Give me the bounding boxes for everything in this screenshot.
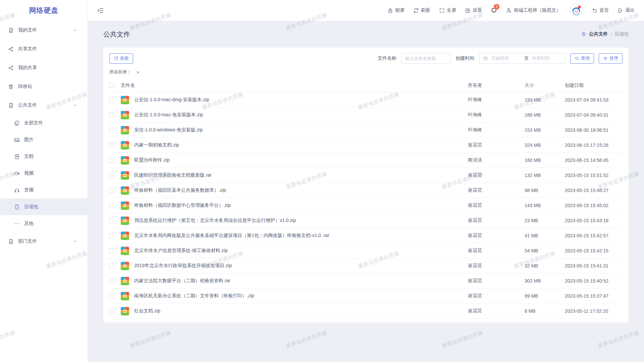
file-name[interactable]: 云安信-1.0.0-mac-dmg-安装版本.zip [134, 97, 468, 103]
row-checkbox[interactable] [109, 113, 114, 118]
sidebar-item-my-files[interactable]: 我的文件 [0, 21, 88, 40]
file-icon [8, 239, 14, 244]
end-date-placeholder[interactable]: 结束时间 [532, 55, 561, 61]
filename-search-input[interactable] [401, 53, 451, 64]
user-menu[interactable]: 前端工程师（陈思文） [506, 7, 561, 13]
logout-button[interactable]: 退出 [618, 7, 635, 13]
user-name: 前端工程师（陈思文） [514, 7, 561, 13]
row-checkbox[interactable] [109, 173, 114, 178]
column-header-name: 文件名 [121, 82, 468, 88]
settings-button[interactable]: 设置 [465, 7, 482, 13]
fullscreen-button[interactable]: 全屏 [439, 7, 456, 13]
file-owner: 谢晨芸 [468, 187, 525, 193]
menu-fold-icon[interactable] [97, 7, 104, 14]
row-checkbox[interactable] [109, 233, 114, 238]
sidebar-item-department-files[interactable]: 部门文件 [0, 232, 88, 251]
file-owner: 谢晨芸 [468, 278, 525, 284]
date-range-picker[interactable]: 开始时间 至 结束时间 [479, 53, 566, 64]
sidebar-item-recycle-bin[interactable]: 回收站 [0, 77, 88, 96]
file-icon [8, 103, 14, 108]
user-icon [506, 7, 512, 13]
archive-icon [14, 204, 20, 210]
directory-caret[interactable]: > [137, 70, 139, 75]
zip-file-icon [121, 201, 129, 210]
row-checkbox[interactable] [109, 218, 114, 223]
row-checkbox[interactable] [109, 263, 114, 268]
query-button[interactable]: 查询 [570, 53, 594, 64]
sidebar-item-archives[interactable]: 压缩包 [0, 198, 88, 215]
sidebar-item-all-files[interactable]: 全部文件 [0, 115, 88, 131]
main-content: 公共文件 公共文件 / 压缩包 刷新 文件名称 创建时间 开始时间 至 结束时间 [88, 21, 644, 362]
row-checkbox[interactable] [109, 98, 114, 103]
row-checkbox[interactable] [109, 309, 114, 314]
lock-screen-button[interactable]: 锁屏 [387, 7, 405, 13]
file-name[interactable]: 南海区机关新办公系统（二期）文件资料（终验打印）.zip [134, 293, 468, 299]
sidebar-item-documents[interactable]: 文档 [0, 148, 88, 165]
fullscreen-label: 全屏 [447, 7, 456, 13]
file-name[interactable]: 联盟办件附件.zip [134, 157, 468, 163]
notification-button[interactable]: 3 [491, 7, 497, 14]
file-name[interactable]: 红会文档.zip [134, 308, 468, 314]
chevron-up-icon [73, 103, 77, 107]
row-checkbox[interactable] [109, 279, 114, 284]
file-owner: 商清清 [468, 157, 525, 163]
file-owner: 谢晨芸 [468, 172, 525, 178]
home-back-icon [592, 8, 597, 13]
sidebar-item-my-shares[interactable]: 我的共享 [0, 58, 88, 77]
sidebar-item-others[interactable]: 其他 [0, 215, 88, 232]
settings-icon [465, 8, 471, 13]
file-list-card: 刷新 文件名称 创建时间 开始时间 至 结束时间 查询 排序 [103, 48, 629, 322]
start-date-placeholder[interactable]: 开始时间 [491, 55, 521, 61]
row-checkbox[interactable] [109, 203, 114, 208]
file-size: 98 MB [525, 188, 565, 193]
sidebar-item-audio[interactable]: 音频 [0, 182, 88, 198]
select-all-checkbox[interactable] [109, 83, 114, 88]
row-checkbox[interactable] [109, 248, 114, 253]
top-header: 锁屏 刷新 全屏 设置 3 前端工程师（陈思文） 首页 [88, 0, 644, 21]
file-name[interactable]: 终验材料（福田区数据中心管理服务平台）.zip [134, 202, 468, 208]
trash-icon [8, 84, 14, 89]
file-name[interactable]: 北京市排水户信息管理系统-竣工验收材料.zip [134, 248, 468, 254]
list-refresh-button[interactable]: 刷新 [109, 53, 133, 64]
breadcrumb-item[interactable]: 公共文件 [589, 31, 608, 37]
sidebar-item-label: 我的共享 [18, 65, 82, 71]
row-checkbox[interactable] [109, 294, 114, 299]
zip-file-icon [121, 126, 129, 134]
sidebar-item-label: 视频 [24, 170, 34, 176]
sort-button[interactable]: 排序 [599, 53, 623, 64]
row-checkbox[interactable] [109, 143, 114, 148]
sidebar-item-public-files[interactable]: 公共文件 [0, 96, 88, 115]
file-date: 2023-05-15 15:37:47 [565, 293, 623, 299]
sidebar-item-shared-files[interactable]: 共享文件 [0, 40, 88, 58]
file-name[interactable]: 北京市水务局内网改版及公共服务基础平台建设项目（第1包：内网改版）终验验文档-v… [134, 233, 468, 239]
date-range-to-label: 至 [524, 55, 529, 61]
sidebar-item-label: 共享文件 [18, 46, 82, 52]
row-checkbox[interactable] [109, 128, 114, 133]
sidebar-item-videos[interactable]: 视频 [0, 165, 88, 182]
chevron-down-icon [73, 239, 77, 243]
file-date: 2023-05-15 15:48:27 [565, 188, 623, 193]
file-name[interactable]: 内蒙一期初验文档.zip [134, 142, 468, 148]
file-date: 2023-05-15 15:51:52 [565, 173, 623, 178]
calendar-icon [483, 56, 488, 61]
file-name[interactable]: 局信息系统运行维护（第五包：北京市水务局综合信息平台运行维护）v1.0.zip [134, 218, 468, 224]
page-title: 公共文件 [103, 30, 130, 39]
file-name[interactable]: 云安信-1.0.0-mac-免安装版本.zip [134, 112, 468, 118]
refresh-button[interactable]: 刷新 [413, 7, 430, 13]
logout-icon [618, 8, 623, 13]
file-name[interactable]: 民建组织管理系统验收文档最新版.rar [134, 172, 468, 178]
file-name[interactable]: 内蒙古法院大数据平台（二期）初验前资料.rar [134, 278, 468, 284]
sort-label: 排序 [609, 55, 618, 61]
file-name[interactable]: 2019年北京市水行政审批系统升级改造项目.zip [134, 263, 468, 269]
row-checkbox[interactable] [109, 188, 114, 193]
avatar[interactable] [570, 4, 583, 17]
home-button[interactable]: 首页 [592, 7, 609, 13]
lock-icon [387, 8, 393, 13]
row-checkbox[interactable] [109, 158, 114, 163]
file-name[interactable]: 安信-1.0.0-windows-免安装版.zip [134, 127, 468, 133]
image-icon [14, 137, 20, 143]
sidebar-item-images[interactable]: 图片 [0, 131, 88, 148]
file-name[interactable]: 终验材料（福田区基本公共服务数据库）.zip [134, 187, 468, 193]
list-refresh-label: 刷新 [120, 55, 129, 61]
file-date: 2023-05-15 15:42:15 [565, 248, 623, 253]
